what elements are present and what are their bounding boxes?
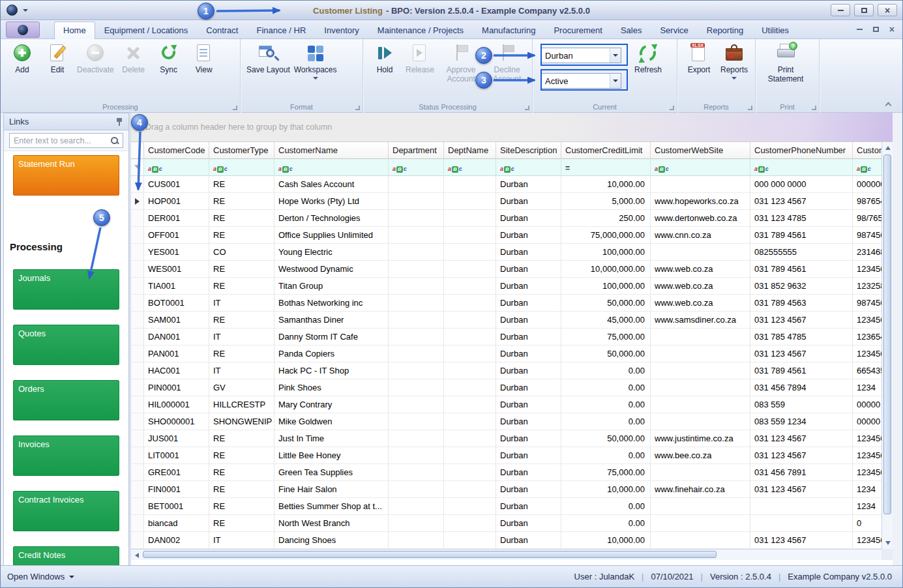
dialog-launcher-icon[interactable] xyxy=(812,106,816,110)
close-button[interactable]: × xyxy=(878,4,897,16)
scroll-down-icon[interactable] xyxy=(885,541,891,545)
table-row[interactable]: PIN0001GVPink ShoesDurban0.00031 456 789… xyxy=(131,379,893,396)
filter-cell-customerphonenumber[interactable]: aBc xyxy=(750,159,853,176)
filter-cell-deptname[interactable]: aBc xyxy=(444,159,496,176)
table-row[interactable]: TIA001RETitan GroupDurban100,000.00www.w… xyxy=(131,278,893,295)
filter-cell-department[interactable]: aBc xyxy=(389,159,444,176)
column-header-customerwebsite[interactable]: CustomerWebSite xyxy=(651,142,750,159)
column-header-sitedescription[interactable]: SiteDescription xyxy=(496,142,561,159)
column-header-customercode[interactable]: CustomerCode xyxy=(144,142,209,159)
hold-button[interactable]: Hold xyxy=(367,41,402,75)
table-row[interactable]: OFF001REOffice Supplies UnlimitedDurban7… xyxy=(131,227,893,244)
horizontal-scroll-thumb[interactable] xyxy=(143,551,717,558)
dialog-launcher-icon[interactable] xyxy=(233,106,237,110)
column-header-customername[interactable]: CustomerName xyxy=(274,142,389,159)
minimize-button[interactable] xyxy=(831,4,850,16)
view-button[interactable]: View xyxy=(186,41,222,75)
scroll-left-icon[interactable] xyxy=(135,553,139,558)
table-row[interactable]: LIT0001RELittle Bee HoneyDurban0.00www.b… xyxy=(131,447,893,464)
filter-cell-customername[interactable]: aBc xyxy=(274,159,389,176)
vertical-scrollbar[interactable] xyxy=(881,142,893,549)
filter-combo-durban[interactable]: Durban xyxy=(540,48,621,63)
abc-filter-icon[interactable]: aBc xyxy=(655,166,669,173)
tab-reporting[interactable]: Reporting xyxy=(698,22,752,39)
mdi-close-icon[interactable]: × xyxy=(889,25,895,34)
tab-sales[interactable]: Sales xyxy=(612,22,651,39)
tab-manufacturing[interactable]: Manufacturing xyxy=(473,22,544,39)
table-row[interactable]: JUS001REJust In TimeDurban50,000.00www.j… xyxy=(131,430,893,447)
sidebar-button-statement-run[interactable]: Statement Run xyxy=(13,155,119,196)
filter-cell-customercreditlimit[interactable]: = xyxy=(561,159,651,176)
filter-cell-customercode[interactable]: aBc xyxy=(144,159,209,176)
sidebar-button-invoices[interactable]: Invoices xyxy=(13,435,119,476)
dialog-launcher-icon[interactable] xyxy=(355,106,360,110)
table-row[interactable]: HIL000001HILLCRESTPMary ContraryDurban0.… xyxy=(131,396,893,413)
pin-icon[interactable] xyxy=(115,117,123,126)
maximize-button[interactable] xyxy=(854,4,874,16)
table-row[interactable]: HAC001ITHack PC - IT ShopDurban0.00031 7… xyxy=(131,362,893,379)
column-header-customercreditlimit[interactable]: CustomerCreditLimit xyxy=(561,142,651,159)
chevron-down-icon[interactable] xyxy=(610,74,621,88)
search-icon[interactable] xyxy=(111,137,119,145)
mdi-minimize-icon[interactable] xyxy=(857,29,863,30)
table-row[interactable]: HOP001REHope Works (Pty) LtdDurban5,000.… xyxy=(131,193,893,210)
table-row[interactable]: DAN001ITDanny Storm IT CafeDurban75,000.… xyxy=(131,329,893,345)
abc-filter-icon[interactable]: aBc xyxy=(148,166,162,173)
tab-utilities[interactable]: Utilities xyxy=(752,22,798,39)
table-row[interactable]: biancadRENorth West BranchDurban0.000 xyxy=(131,515,893,532)
sidebar-button-credit-notes[interactable]: Credit Notes xyxy=(13,546,119,566)
column-header-deptname[interactable]: DeptName xyxy=(444,142,496,159)
table-row[interactable]: DAN002ITDancing ShoesDurban10,000.00031 … xyxy=(131,532,893,549)
abc-filter-icon[interactable]: aBc xyxy=(500,166,514,173)
table-row[interactable]: DER001REDerton / TechnologiesDurban250.0… xyxy=(131,210,893,227)
sidebar-button-quotes[interactable]: Quotes xyxy=(13,325,119,365)
abc-filter-icon[interactable]: aBc xyxy=(278,166,293,173)
sidebar-button-contract-invoices[interactable]: Contract Invoices xyxy=(13,491,119,531)
vertical-scroll-thumb[interactable] xyxy=(883,154,891,514)
dialog-launcher-icon[interactable] xyxy=(748,106,752,110)
scroll-up-icon[interactable] xyxy=(885,146,891,150)
column-header-department[interactable]: Department xyxy=(389,142,444,159)
abc-filter-icon[interactable]: aBc xyxy=(857,166,871,173)
tab-contract[interactable]: Contract xyxy=(197,22,247,39)
table-row[interactable]: SHO000001SHONGWENIPMike GoldwenDurban0.0… xyxy=(131,413,893,430)
save-layout-button[interactable]: Save Layout xyxy=(244,41,292,75)
export-button[interactable]: XLSXExport xyxy=(681,41,717,75)
print-statement-button[interactable]: ?Print Statement xyxy=(760,41,812,84)
open-windows-button[interactable]: Open Windows xyxy=(7,572,74,581)
equals-filter-icon[interactable]: = xyxy=(565,164,570,173)
tab-finance-hr[interactable]: Finance / HR xyxy=(247,22,315,39)
filter-cell-sitedescription[interactable]: aBc xyxy=(496,159,561,176)
application-menu-button[interactable] xyxy=(6,22,40,38)
table-row[interactable]: CUS001RECash Sales AccountDurban10,000.0… xyxy=(131,176,893,193)
table-row[interactable]: YES001COYoung ElectricDurban100,000.0008… xyxy=(131,244,893,261)
table-row[interactable]: SAM001RESamanthas DinerDurban45,000.00ww… xyxy=(131,312,893,329)
tab-service[interactable]: Service xyxy=(651,22,697,39)
sidebar-button-journals[interactable]: Journals xyxy=(13,269,119,310)
horizontal-scrollbar[interactable] xyxy=(131,549,893,560)
tab-equipment-locations[interactable]: Equipment / Locations xyxy=(95,22,198,39)
filter-combo-active[interactable]: Active xyxy=(540,73,621,89)
chevron-down-icon[interactable] xyxy=(610,48,621,63)
abc-filter-icon[interactable]: aBc xyxy=(754,166,769,173)
dialog-launcher-icon[interactable] xyxy=(525,106,529,110)
reports-button[interactable]: Reports xyxy=(717,41,752,80)
tab-home[interactable]: Home xyxy=(54,22,95,40)
sync-button[interactable]: Sync xyxy=(151,41,186,75)
edit-button[interactable]: Edit xyxy=(40,41,75,75)
search-input[interactable] xyxy=(9,133,123,148)
mdi-restore-icon[interactable] xyxy=(873,27,879,32)
tab-procurement[interactable]: Procurement xyxy=(544,22,611,39)
sidebar-button-orders[interactable]: Orders xyxy=(13,380,119,420)
collapse-ribbon-button[interactable] xyxy=(883,100,893,109)
filter-cell-customertype[interactable]: aBc xyxy=(209,159,274,176)
add-button[interactable]: Add xyxy=(5,41,40,75)
table-row[interactable]: BET0001REBetties Summer Shop at t...Durb… xyxy=(131,498,893,515)
abc-filter-icon[interactable]: aBc xyxy=(213,166,228,173)
table-row[interactable]: GRE001REGreen Tea SuppliesDurban75,000.0… xyxy=(131,464,893,481)
filter-cell-customerwebsite[interactable]: aBc xyxy=(651,159,750,176)
table-row[interactable]: BOT0001ITBothas Networking incDurban50,0… xyxy=(131,295,893,312)
workspaces-button[interactable]: Workspaces xyxy=(292,41,339,80)
tab-maintenance-projects[interactable]: Maintenance / Projects xyxy=(368,22,473,39)
column-header-customerphonenumber[interactable]: CustomerPhoneNumber xyxy=(750,142,853,159)
